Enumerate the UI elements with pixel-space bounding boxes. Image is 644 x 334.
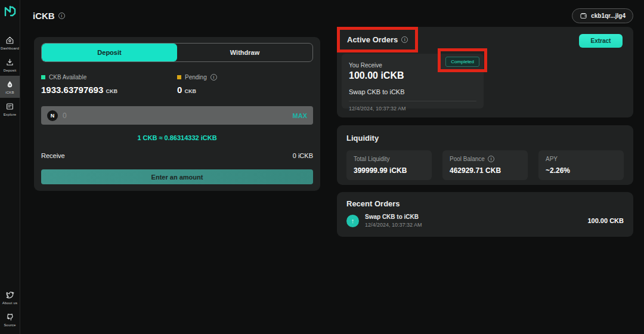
ckb-available-value: 1933.63797693 CKB xyxy=(41,85,177,95)
sidebar-item-about-us[interactable]: About us xyxy=(0,286,20,308)
sidebar-nav: Dashboard Deposit iCKB Explore xyxy=(0,32,20,120)
home-icon xyxy=(5,36,14,45)
deposit-withdraw-tabs: Deposit Withdraw xyxy=(41,43,313,62)
sidebar-item-deposit[interactable]: Deposit xyxy=(0,54,20,76)
ckb-available-unit: CKB xyxy=(106,88,117,94)
sidebar-item-label: Explore xyxy=(4,113,17,116)
recent-orders-panel: Recent Orders Swap CKB to iCKB 12/4/2024… xyxy=(337,192,633,237)
annotation-box-completed: Completed xyxy=(438,48,487,72)
droplet-icon xyxy=(5,80,14,89)
you-receive-label: You Receive xyxy=(349,60,382,69)
liquidity-panel: Liquidity Total Liquidity 399999.99 iCKB… xyxy=(337,125,633,185)
info-icon[interactable] xyxy=(58,13,65,19)
download-icon xyxy=(5,58,14,67)
active-orders-title: Active Orders xyxy=(347,35,408,44)
wallet-address: ckb1qr...jlg4 xyxy=(591,13,626,19)
liquidity-title: Liquidity xyxy=(346,134,624,143)
sidebar-item-explore[interactable]: Explore xyxy=(0,98,20,120)
page-title: iCKB xyxy=(33,11,65,21)
active-order-card: You Receive Completed 100.00 iCKB Swap C… xyxy=(342,54,484,109)
active-orders-panel: Active Orders Extract You Receive Comple… xyxy=(337,27,633,117)
tab-deposit[interactable]: Deposit xyxy=(42,44,177,61)
enter-amount-button[interactable]: Enter an amount xyxy=(41,169,313,184)
receive-row: Receive 0 iCKB xyxy=(41,152,313,159)
pending-unit: CKB xyxy=(185,88,197,94)
info-icon[interactable] xyxy=(488,156,494,162)
deposit-panel: Deposit Withdraw CKB Available 1933.6379… xyxy=(34,37,320,191)
stat-apy: APY ~2.26% xyxy=(538,150,624,180)
recent-order-row[interactable]: Swap CKB to iCKB 12/4/2024, 10:37:32 AM … xyxy=(346,214,624,228)
extract-button[interactable]: Extract xyxy=(579,34,623,48)
green-bullet-icon xyxy=(41,75,45,79)
app-logo[interactable] xyxy=(3,4,17,18)
sidebar-item-label: About us xyxy=(2,301,17,305)
pending-block: Pending 0 CKB xyxy=(177,74,313,95)
app-root: Dashboard Deposit iCKB Explore About us xyxy=(0,0,644,334)
ckb-token-icon: N xyxy=(47,110,58,121)
liquidity-stats: Total Liquidity 399999.99 iCKB Pool Bala… xyxy=(346,150,624,180)
info-icon[interactable] xyxy=(210,74,217,81)
receive-value: 0 iCKB xyxy=(293,152,313,159)
tab-withdraw[interactable]: Withdraw xyxy=(177,44,312,61)
sidebar: Dashboard Deposit iCKB Explore About us xyxy=(0,0,20,334)
recent-order-timestamp: 12/4/2024, 10:37:32 AM xyxy=(365,222,581,228)
receive-label: Receive xyxy=(41,152,65,159)
wallet-icon xyxy=(580,12,587,20)
amount-input-container: N MAX xyxy=(41,106,313,125)
annotation-box-active-orders: Active Orders xyxy=(337,27,418,52)
ckb-available-block: CKB Available 1933.63797693 CKB xyxy=(41,74,177,95)
status-badge: Completed xyxy=(445,57,479,67)
list-icon xyxy=(5,102,14,111)
balances-row: CKB Available 1933.63797693 CKB Pending … xyxy=(41,74,313,95)
sidebar-item-ickb[interactable]: iCKB xyxy=(0,76,20,98)
sidebar-item-label: Deposit xyxy=(4,69,17,72)
sidebar-item-source[interactable]: Source xyxy=(0,308,20,330)
wallet-address-button[interactable]: ckb1qr...jlg4 xyxy=(572,8,633,23)
ckb-available-label: CKB Available xyxy=(41,74,177,81)
pending-label: Pending xyxy=(177,74,313,81)
stat-value: ~2.26% xyxy=(546,166,617,175)
max-button[interactable]: MAX xyxy=(293,112,307,119)
sidebar-footer: About us Source xyxy=(0,286,20,330)
sidebar-item-dashboard[interactable]: Dashboard xyxy=(0,32,20,54)
right-column: Active Orders Extract You Receive Comple… xyxy=(337,27,633,237)
yellow-bullet-icon xyxy=(177,75,181,79)
twitter-icon xyxy=(5,290,14,299)
pending-value: 0 CKB xyxy=(177,85,313,95)
stat-total-liquidity: Total Liquidity 399999.99 iCKB xyxy=(346,150,432,180)
stat-value: 399999.99 iCKB xyxy=(354,166,425,175)
arrow-up-icon xyxy=(346,215,359,227)
divider xyxy=(349,101,476,101)
stat-value: 462929.71 CKB xyxy=(450,166,521,175)
stat-pool-balance: Pool Balance 462929.71 CKB xyxy=(442,150,528,180)
github-icon xyxy=(5,313,14,321)
order-timestamp: 12/4/2024, 10:37:32 AM xyxy=(349,106,476,112)
order-description: Swap CKB to iCKB xyxy=(349,88,476,95)
sidebar-item-label: iCKB xyxy=(5,91,14,94)
amount-input[interactable] xyxy=(63,112,288,120)
recent-order-description: Swap CKB to iCKB xyxy=(365,214,581,220)
exchange-rate: 1 CKB ≈ 0.86314332 iCKB xyxy=(41,134,313,141)
sidebar-item-label: Dashboard xyxy=(1,47,19,50)
info-icon[interactable] xyxy=(401,36,408,43)
page-title-text: iCKB xyxy=(33,11,55,21)
sidebar-item-label: Source xyxy=(4,323,16,327)
recent-orders-title: Recent Orders xyxy=(346,199,624,208)
recent-order-amount: 100.00 CKB xyxy=(587,217,624,224)
